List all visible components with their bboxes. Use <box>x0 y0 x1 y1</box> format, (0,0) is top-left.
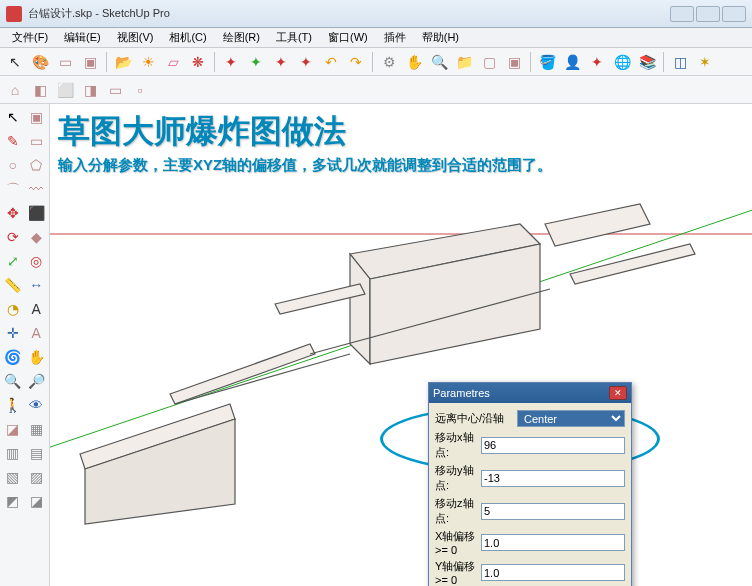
movex-input[interactable] <box>481 437 625 454</box>
rect-icon[interactable]: ▭ <box>54 51 76 73</box>
gear-icon[interactable]: ⚙ <box>378 51 400 73</box>
annotation-title: 草图大师爆炸图做法 <box>58 110 346 154</box>
movez-input[interactable] <box>481 503 625 520</box>
pan-icon[interactable]: ✋ <box>26 346 48 368</box>
left-toolbar: ↖▣ ✎▭ ○⬠ ⌒〰 ✥⬛ ⟳◆ ⤢◎ 📏↔ ◔A ✛A 🌀✋ 🔍🔎 🚶👁 ◪… <box>0 104 50 586</box>
rotate-icon[interactable]: ⟳ <box>2 226 24 248</box>
movey-input[interactable] <box>481 470 625 487</box>
side-icon[interactable]: ◨ <box>79 79 101 101</box>
line-icon[interactable]: ✎ <box>2 130 24 152</box>
home-icon[interactable]: ⌂ <box>4 79 26 101</box>
menu-tools[interactable]: 工具(T) <box>268 28 320 47</box>
undo-icon[interactable]: ↶ <box>320 51 342 73</box>
offset-icon[interactable]: ◎ <box>26 250 48 272</box>
protractor-icon[interactable]: ◔ <box>2 298 24 320</box>
zoom2-icon[interactable]: 🔍 <box>2 370 24 392</box>
rect2-icon[interactable]: ▭ <box>26 130 48 152</box>
open-icon[interactable]: 📂 <box>112 51 134 73</box>
movey-label: 移动y轴点: <box>435 463 481 493</box>
star2-icon[interactable]: ✦ <box>245 51 267 73</box>
layers-icon[interactable]: 📚 <box>636 51 658 73</box>
plugin3-icon[interactable]: ▧ <box>2 466 24 488</box>
axes-icon[interactable]: ✛ <box>2 322 24 344</box>
menu-draw[interactable]: 绘图(R) <box>215 28 268 47</box>
cube-icon[interactable]: ▢ <box>478 51 500 73</box>
pushpull-icon[interactable]: ⬛ <box>26 202 48 224</box>
parameters-dialog: Parametres ✕ 远离中心/沿轴 Center 移动x轴点: 移动y轴点… <box>428 382 632 586</box>
paint-icon[interactable]: 🎨 <box>29 51 51 73</box>
zoomext-icon[interactable]: 🔎 <box>26 370 48 392</box>
center-select[interactable]: Center <box>517 410 625 427</box>
toolbar-1: ↖ 🎨 ▭ ▣ 📂 ☀ ▱ ❋ ✦ ✦ ✦ ✦ ↶ ↷ ⚙ ✋ 🔍 📁 ▢ ▣ … <box>0 48 752 76</box>
movez-label: 移动z轴点: <box>435 496 481 526</box>
walk-icon[interactable]: 🚶 <box>2 394 24 416</box>
dim-icon[interactable]: ↔ <box>26 274 48 296</box>
text-icon[interactable]: A <box>26 298 48 320</box>
followme-icon[interactable]: ◆ <box>26 226 48 248</box>
select-icon[interactable]: ↖ <box>4 51 26 73</box>
cube2-icon[interactable]: ▣ <box>503 51 525 73</box>
globe-icon[interactable]: 🌐 <box>611 51 633 73</box>
scale-icon[interactable]: ⤢ <box>2 250 24 272</box>
polygon-icon[interactable]: ⬠ <box>26 154 48 176</box>
star1-icon[interactable]: ✦ <box>220 51 242 73</box>
menu-help[interactable]: 帮助(H) <box>414 28 467 47</box>
movex-label: 移动x轴点: <box>435 430 481 460</box>
menu-view[interactable]: 视图(V) <box>109 28 162 47</box>
tape-icon[interactable]: 📏 <box>2 274 24 296</box>
iso-icon[interactable]: ◧ <box>29 79 51 101</box>
zoom-icon[interactable]: 🔍 <box>428 51 450 73</box>
close-button[interactable] <box>722 6 746 22</box>
freehand-icon[interactable]: 〰 <box>26 178 48 200</box>
paint2-icon[interactable]: 🪣 <box>536 51 558 73</box>
plugin6-icon[interactable]: ◪ <box>26 490 48 512</box>
menu-window[interactable]: 窗口(W) <box>320 28 376 47</box>
plugin5-icon[interactable]: ◩ <box>2 490 24 512</box>
menu-plugins[interactable]: 插件 <box>376 28 414 47</box>
dialog-title-bar[interactable]: Parametres ✕ <box>429 383 631 403</box>
ext2-icon[interactable]: ✶ <box>694 51 716 73</box>
dialog-close-icon[interactable]: ✕ <box>609 386 627 400</box>
circle-icon[interactable]: ○ <box>2 154 24 176</box>
plugin2-icon[interactable]: ▤ <box>26 442 48 464</box>
star4-icon[interactable]: ✦ <box>295 51 317 73</box>
hand-icon[interactable]: ✋ <box>403 51 425 73</box>
menu-edit[interactable]: 编辑(E) <box>56 28 109 47</box>
minimize-button[interactable] <box>670 6 694 22</box>
offx-input[interactable] <box>481 534 625 551</box>
top-icon[interactable]: ▭ <box>104 79 126 101</box>
model-canvas <box>50 104 752 586</box>
plugin4-icon[interactable]: ▨ <box>26 466 48 488</box>
offy-input[interactable] <box>481 564 625 581</box>
ext1-icon[interactable]: ◫ <box>669 51 691 73</box>
select2-icon[interactable]: ↖ <box>2 106 24 128</box>
star3-icon[interactable]: ✦ <box>270 51 292 73</box>
viewport[interactable]: 草图大师爆炸图做法 输入分解参数，主要XYZ轴的偏移值，多试几次就能调整到合适的… <box>50 104 752 586</box>
look-icon[interactable]: 👁 <box>26 394 48 416</box>
move-icon[interactable]: ✥ <box>2 202 24 224</box>
arc-icon[interactable]: ⌒ <box>2 178 24 200</box>
menu-camera[interactable]: 相机(C) <box>161 28 214 47</box>
3dtext-icon[interactable]: A <box>26 322 48 344</box>
box-icon[interactable]: ▣ <box>79 51 101 73</box>
dialog-body: 远离中心/沿轴 Center 移动x轴点: 移动y轴点: 移动z轴点: X轴偏移… <box>429 403 631 586</box>
view6-icon[interactable]: ▫ <box>129 79 151 101</box>
weld-icon[interactable]: ❋ <box>187 51 209 73</box>
offx-label: X轴偏移 >= 0 <box>435 529 481 556</box>
front-icon[interactable]: ⬜ <box>54 79 76 101</box>
sun-icon[interactable]: ☀ <box>137 51 159 73</box>
position-icon[interactable]: ▦ <box>26 418 48 440</box>
menu-file[interactable]: 文件(F) <box>4 28 56 47</box>
eraser-icon[interactable]: ▱ <box>162 51 184 73</box>
section-icon[interactable]: ◪ <box>2 418 24 440</box>
menu-bar: 文件(F) 编辑(E) 视图(V) 相机(C) 绘图(R) 工具(T) 窗口(W… <box>0 28 752 48</box>
component-icon[interactable]: ▣ <box>26 106 48 128</box>
open2-icon[interactable]: 📁 <box>453 51 475 73</box>
orbit-icon[interactable]: 🌀 <box>2 346 24 368</box>
star5-icon[interactable]: ✦ <box>586 51 608 73</box>
maximize-button[interactable] <box>696 6 720 22</box>
title-bar: 台锯设计.skp - SketchUp Pro <box>0 0 752 28</box>
redo-icon[interactable]: ↷ <box>345 51 367 73</box>
person-icon[interactable]: 👤 <box>561 51 583 73</box>
plugin1-icon[interactable]: ▥ <box>2 442 24 464</box>
